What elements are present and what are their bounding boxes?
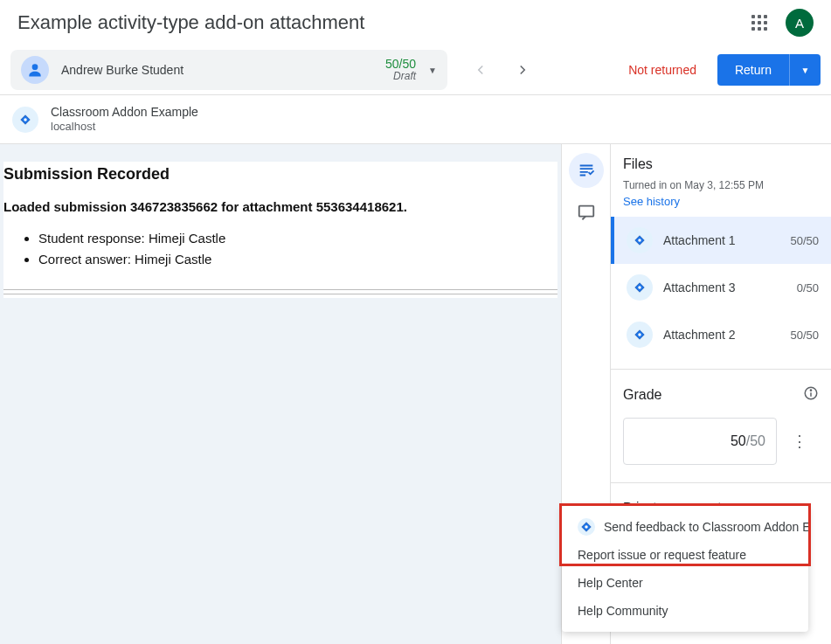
status-not-returned: Not returned: [628, 63, 696, 77]
help-menu-popup: Send feedback to Classroom Addon Example…: [562, 506, 808, 632]
toolbar: Andrew Burke Student 50/50 Draft ▼ Not r…: [0, 45, 831, 94]
attachment-icon: [627, 274, 653, 301]
return-button[interactable]: Return: [717, 54, 789, 86]
attachment-name: Attachment 1: [663, 233, 779, 247]
grade-menu-button[interactable]: ⋮: [789, 432, 810, 451]
page-title: Example activity-type add-on attachment: [17, 11, 749, 34]
popup-item[interactable]: Help Community: [562, 597, 808, 625]
attachment-name: Attachment 3: [663, 280, 786, 294]
student-response-item: Student response: Himeji Castle: [38, 228, 557, 249]
addon-title: Classroom Addon Example: [51, 104, 198, 120]
addon-subtitle: localhost: [51, 120, 198, 135]
see-history-link[interactable]: See history: [623, 195, 819, 208]
addon-icon: [12, 107, 38, 133]
submission-content: Submission Recorded Loaded submission 34…: [0, 144, 561, 644]
svg-point-2: [24, 118, 27, 121]
svg-point-7: [638, 286, 641, 289]
info-icon[interactable]: [803, 385, 819, 404]
attachment-name: Attachment 2: [663, 328, 779, 342]
attachment-item[interactable]: Attachment 3 0/50: [611, 264, 831, 311]
attachment-icon: [627, 227, 653, 253]
attachment-item[interactable]: Attachment 2 50/50: [611, 311, 831, 358]
addon-header: Classroom Addon Example localhost: [0, 94, 831, 144]
app-header: Example activity-type add-on attachment …: [0, 0, 831, 45]
student-avatar-icon: [21, 56, 49, 84]
turned-in-timestamp: Turned in on May 3, 12:55 PM: [623, 179, 819, 191]
attachment-score: 0/50: [797, 281, 819, 294]
account-avatar[interactable]: A: [786, 9, 814, 37]
draft-label: Draft: [385, 71, 416, 82]
popup-item[interactable]: Help Center: [562, 569, 808, 597]
svg-point-9: [638, 333, 641, 336]
comments-tab-button[interactable]: [569, 195, 604, 230]
prev-student-button[interactable]: [463, 52, 498, 87]
popup-item[interactable]: Report issue or request feature: [562, 541, 808, 569]
return-more-button[interactable]: ▼: [789, 54, 821, 86]
svg-point-5: [638, 239, 641, 242]
svg-point-14: [585, 525, 588, 529]
grade-denominator: /50: [746, 433, 765, 449]
submission-heading: Submission Recorded: [3, 165, 557, 199]
svg-point-0: [32, 64, 38, 70]
popup-item[interactable]: Send feedback to Classroom Addon Example: [562, 513, 808, 541]
student-name: Andrew Burke Student: [61, 63, 385, 77]
svg-point-12: [810, 390, 811, 391]
student-score: 50/50 Draft: [385, 58, 416, 83]
attachment-score: 50/50: [790, 329, 819, 342]
score-value: 50/50: [385, 58, 416, 71]
correct-answer-item: Correct answer: Himeji Castle: [38, 249, 557, 270]
attachment-item[interactable]: Attachment 1 50/50: [611, 217, 831, 264]
next-student-button[interactable]: [505, 52, 540, 87]
grade-title: Grade: [623, 387, 661, 403]
addon-icon: [578, 518, 595, 536]
student-selector[interactable]: Andrew Burke Student 50/50 Draft ▼: [10, 50, 447, 90]
attachment-score: 50/50: [790, 234, 819, 247]
grade-input[interactable]: [711, 433, 746, 449]
svg-rect-3: [578, 206, 593, 217]
apps-icon[interactable]: [749, 12, 770, 33]
submission-loaded-text: Loaded submission 346723835662 for attac…: [3, 199, 557, 228]
files-title: Files: [623, 156, 819, 172]
grade-input-wrap[interactable]: /50: [623, 418, 777, 465]
chevron-down-icon: ▼: [428, 66, 437, 75]
files-tab-button[interactable]: [569, 153, 604, 188]
attachment-icon: [627, 322, 653, 348]
